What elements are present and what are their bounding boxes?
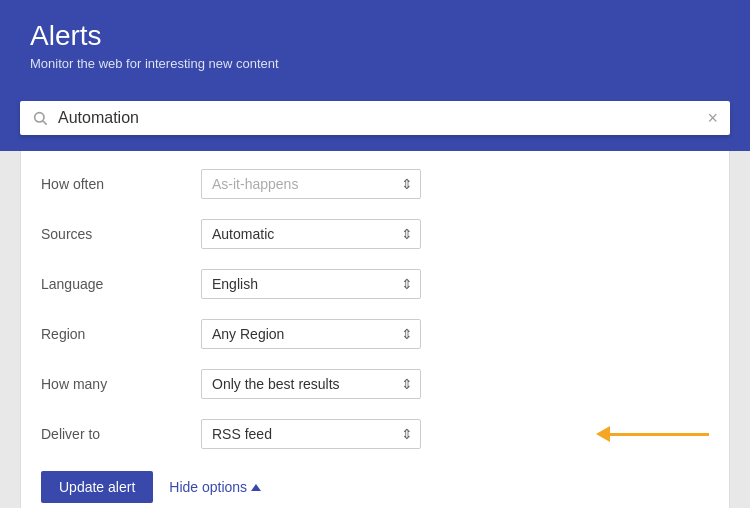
- how-many-select[interactable]: Only the best results All results: [201, 369, 421, 399]
- svg-line-1: [43, 121, 47, 125]
- hide-options-button[interactable]: Hide options: [169, 479, 261, 495]
- how-often-row: How often As-it-happens At most once a d…: [21, 159, 729, 209]
- how-many-select-wrap: Only the best results All results ⇕: [201, 369, 421, 399]
- how-many-label: How many: [41, 376, 201, 392]
- region-row: Region Any Region United States United K…: [21, 309, 729, 359]
- deliver-to-select-wrap: RSS feed Email ⇕: [201, 419, 421, 449]
- language-row: Language English French German Spanish ⇕: [21, 259, 729, 309]
- triangle-up-icon: [251, 484, 261, 491]
- language-select[interactable]: English French German Spanish: [201, 269, 421, 299]
- sources-row: Sources Automatic News Blogs Web Video B…: [21, 209, 729, 259]
- options-panel: How often As-it-happens At most once a d…: [20, 151, 730, 508]
- sources-select-wrap: Automatic News Blogs Web Video Books Dis…: [201, 219, 421, 249]
- how-often-label: How often: [41, 176, 201, 192]
- deliver-to-select[interactable]: RSS feed Email: [201, 419, 421, 449]
- hide-options-label: Hide options: [169, 479, 247, 495]
- svg-point-0: [35, 113, 44, 122]
- arrow-line: [609, 433, 709, 436]
- arrow-head-icon: [596, 426, 610, 442]
- update-alert-button[interactable]: Update alert: [41, 471, 153, 503]
- deliver-to-label: Deliver to: [41, 426, 201, 442]
- deliver-to-row: Deliver to RSS feed Email ⇕: [21, 409, 729, 459]
- search-bar: ×: [20, 101, 730, 135]
- sources-label: Sources: [41, 226, 201, 242]
- how-often-select[interactable]: As-it-happens At most once a day At most…: [201, 169, 421, 199]
- region-select-wrap: Any Region United States United Kingdom …: [201, 319, 421, 349]
- page-subtitle: Monitor the web for interesting new cont…: [30, 56, 720, 71]
- sources-select[interactable]: Automatic News Blogs Web Video Books Dis…: [201, 219, 421, 249]
- search-input[interactable]: [58, 109, 707, 127]
- language-label: Language: [41, 276, 201, 292]
- region-label: Region: [41, 326, 201, 342]
- region-select[interactable]: Any Region United States United Kingdom …: [201, 319, 421, 349]
- how-often-select-wrap: As-it-happens At most once a day At most…: [201, 169, 421, 199]
- header: Alerts Monitor the web for interesting n…: [0, 0, 750, 151]
- footer-row: Update alert Hide options: [21, 459, 729, 508]
- page-title: Alerts: [30, 20, 720, 52]
- arrow-annotation: [596, 426, 709, 442]
- close-icon[interactable]: ×: [707, 109, 718, 127]
- how-many-row: How many Only the best results All resul…: [21, 359, 729, 409]
- language-select-wrap: English French German Spanish ⇕: [201, 269, 421, 299]
- search-icon: [32, 110, 48, 126]
